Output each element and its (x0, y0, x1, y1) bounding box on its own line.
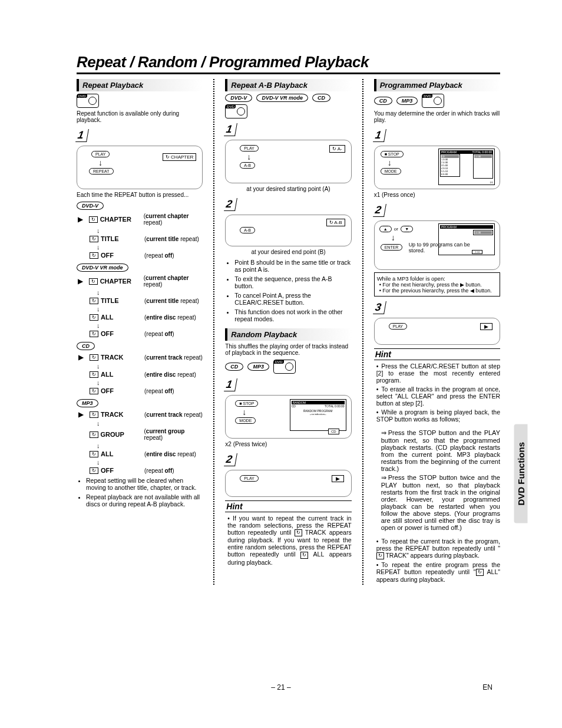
prog-step-1: 1 (373, 129, 386, 142)
badge-rand-cd: CD (225, 363, 243, 371)
ab-step-1: 1 (224, 123, 237, 136)
enter-button-label: ENTER (381, 244, 403, 251)
random-hint: If you want to repeat the current track … (225, 515, 351, 565)
prog-hints: Press the CLEAR/C.RESET button at step [… (374, 363, 500, 423)
play-button-label: PLAY (240, 475, 258, 482)
repeat-button-label: REPEAT (89, 168, 114, 174)
prog-step-2: 2 (373, 204, 386, 217)
page-number: – 21 – (0, 683, 562, 691)
random-intro: This shuffles the playing order of track… (225, 343, 351, 356)
dvd-icon (225, 104, 247, 118)
mode-button-label: MODE (235, 417, 256, 424)
play-button-label: PLAY (389, 323, 407, 330)
mode-button-label: MODE (381, 168, 401, 174)
dvd-icon (77, 94, 99, 108)
hint-heading-random: Hint (225, 500, 351, 512)
repeat-icon: ↻ (476, 569, 484, 576)
play-triangle-icon: ▶ (332, 475, 344, 482)
repeat-notes: Repeat setting will be cleared when movi… (77, 477, 203, 508)
diagram1-caption: Each time the REPEAT button is pressed..… (77, 192, 203, 198)
badge-dvdv-vr: DVD-V VR mode (77, 263, 128, 272)
repeat-icon: ↻ (376, 552, 384, 559)
rand-step-2: 2 (224, 453, 237, 466)
ab-button-label: A-B (240, 227, 255, 233)
badge-dvdv: DVD-V (77, 202, 104, 210)
column-programmed: Programmed Playback CD MP3 You may deter… (374, 79, 500, 585)
mp3-folder-note: While a MP3 folder is open: • For the ne… (374, 272, 500, 297)
badge-ab-dvdv-vr: DVD-V VR mode (256, 94, 308, 102)
section-head-ab: Repeat A-B Playback (225, 79, 351, 91)
random-osd-screen: RANDOM CD TOTAL 0:00:00 RANDOM PROGRAM -… (290, 399, 346, 431)
play-triangle-icon: ▶ (480, 323, 492, 330)
program-osd-screen-1: PROGRAM TOTAL 0:00:00 CD 1 3:30 2 4:30 3… (438, 149, 495, 185)
dvd-icon (422, 94, 444, 108)
ab-step-2: 2 (224, 198, 237, 211)
diagram-ab-1: PLAY ↻ A- ↓ A-B (225, 140, 351, 183)
diagram-repeat-press: PLAY ↻ CHAPTER ↓ REPEAT (77, 146, 203, 189)
diagram-prog-2: ▲ or ▼ PROGRAM 1 4:30 2:24 ↓ ENTER Up to… (374, 220, 500, 270)
section-head-repeat: Repeat Playback (77, 79, 203, 91)
stop-button-label: ■ STOP (381, 151, 404, 157)
badge-mp3: MP3 (77, 399, 98, 407)
repeat-icon: ↻ (300, 552, 308, 559)
prog-hints-2: To repeat the current track in the progr… (374, 538, 500, 583)
osd-ab: ↻ A-B (326, 219, 345, 226)
prog-step-3: 3 (373, 301, 386, 314)
rand-step-1: 1 (224, 378, 237, 391)
section-head-programmed: Programmed Playback (374, 79, 500, 91)
diagram-prog-3: PLAY ▶ (374, 318, 500, 345)
step-1: 1 (75, 129, 89, 142)
column-divider (213, 79, 214, 585)
badge-ab-dvdv: DVD-V (225, 94, 252, 102)
flow-dvdv-vr: ▶↻CHAPTER(current chapter repeat) ↓ ↻TIT… (77, 275, 203, 337)
prog-step1-caption: x1 (Press once) (374, 192, 500, 198)
stop-button-label: ■ STOP (235, 400, 258, 407)
repeat-icon: ↻ (295, 529, 302, 536)
cd-small-osd: CD (328, 429, 339, 434)
page-lang: EN (482, 683, 492, 691)
down-button: ▼ (401, 226, 413, 232)
diagram-rand-2: PLAY ▶ (225, 470, 351, 497)
prog-intro: You may determine the order in which tra… (374, 110, 500, 123)
badge-prog-mp3: MP3 (396, 97, 418, 105)
column-divider (362, 79, 363, 585)
prog-hints-arrow: Press the STOP button and the PLAY butto… (374, 429, 500, 531)
side-tab-dvd-functions: DVD Functions (514, 424, 527, 523)
ab-step1-caption: at your desired starting point (A) (225, 186, 351, 192)
rand-step1-caption: x2 (Press twice) (225, 441, 351, 447)
flow-mp3: ▶↻TRACK(current track repeat) ↓ ↻GROUP(c… (77, 410, 203, 474)
hint-heading-prog: Hint (374, 348, 500, 360)
badge-prog-cd: CD (374, 97, 392, 105)
flow-cd: ▶↻TRACK(current track repeat) ↓ ↻ALL(ent… (77, 353, 203, 394)
arrow-down-icon: ↓ (247, 154, 342, 160)
repeat-intro: Repeat function is available only during… (77, 110, 203, 123)
ab-bullets: Point B should be in the same title or t… (225, 259, 351, 322)
play-button-label: PLAY (240, 145, 258, 151)
program-osd-screen-2: PROGRAM 1 4:30 2:24 (438, 223, 495, 255)
badge-rand-mp3: MP3 (247, 363, 269, 371)
badge-ab-cd: CD (312, 94, 330, 102)
ab-button-label: A-B (240, 162, 255, 169)
diagram-prog-1: ■ STOP PROGRAM TOTAL 0:00:00 CD 1 3:30 2… (374, 146, 500, 189)
diagram-ab-2: ↻ A-B A-B (225, 215, 351, 246)
badge-cd: CD (77, 342, 95, 350)
diagram-rand-1: ■ STOP RANDOM CD TOTAL 0:00:00 RANDOM PR… (225, 395, 351, 439)
play-button-label: PLAY (91, 151, 110, 157)
column-ab-random: Repeat A-B Playback DVD-V DVD-V VR mode … (225, 79, 351, 585)
page-title: Repeat / Random / Programmed Playback (77, 53, 500, 74)
osd-a: ↻ A- (329, 145, 345, 153)
ab-step2-caption: at your desired end point (B) (225, 249, 351, 255)
dvd-icon (273, 360, 296, 374)
flow-dvdv: ▶↻CHAPTER(current chapter repeat) ↓ ↻TIT… (77, 213, 203, 259)
up-button: ▲ (379, 226, 392, 232)
section-head-random: Random Playback (225, 328, 351, 341)
osd-chapter: ↻ CHAPTER (163, 153, 196, 161)
column-repeat: Repeat Playback Repeat function is avail… (77, 79, 203, 585)
